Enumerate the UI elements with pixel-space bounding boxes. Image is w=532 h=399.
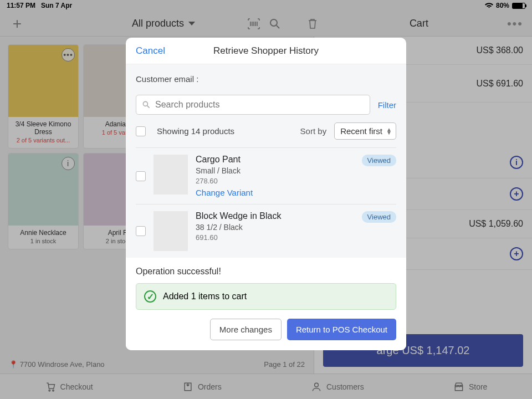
history-item-price: 278.60: [196, 177, 354, 185]
sort-label: Sort by: [300, 126, 327, 136]
svg-point-4: [143, 101, 147, 106]
product-thumbnail: [154, 211, 188, 251]
sort-caret-icon: ▲▼: [386, 128, 392, 135]
search-input-wrapper[interactable]: [136, 95, 370, 115]
product-thumbnail: [154, 155, 188, 195]
customer-email-label: Customer email :: [136, 74, 396, 84]
result-count: Showing 14 products: [157, 126, 293, 136]
check-circle-icon: ✓: [144, 290, 156, 303]
select-all-checkbox[interactable]: [136, 126, 146, 136]
item-checkbox[interactable]: [136, 226, 146, 236]
change-variant-link[interactable]: Change Variant: [196, 188, 354, 197]
history-item-variant: Small / Black: [196, 166, 354, 175]
retrieve-history-modal: Cancel Retrieve Shopper History Customer…: [126, 38, 406, 350]
history-item-name: Block Wedge in Black: [196, 211, 354, 221]
item-checkbox[interactable]: [136, 171, 146, 181]
history-item[interactable]: Cargo Pant Small / Black 278.60 Change V…: [136, 147, 396, 204]
search-input[interactable]: [155, 100, 364, 110]
history-item-name: Cargo Pant: [196, 155, 354, 165]
modal-overlay[interactable]: Cancel Retrieve Shopper History Customer…: [0, 0, 532, 399]
filter-link[interactable]: Filter: [378, 100, 396, 110]
success-text: Added 1 items to cart: [163, 291, 247, 301]
success-message: ✓ Added 1 items to cart: [136, 283, 396, 310]
history-item[interactable]: Block Wedge in Black 38 1/2 / Black 691.…: [136, 204, 396, 258]
viewed-badge: Viewed: [362, 155, 396, 166]
more-changes-button[interactable]: More changes: [210, 319, 282, 340]
cancel-button[interactable]: Cancel: [136, 45, 165, 57]
operation-status: Operation successful!: [126, 258, 406, 283]
history-item-variant: 38 1/2 / Black: [196, 223, 354, 232]
modal-title: Retrieve Shopper History: [213, 45, 319, 57]
search-icon: [142, 100, 151, 109]
viewed-badge: Viewed: [362, 211, 396, 223]
return-checkout-button[interactable]: Return to POS Checkout: [287, 319, 396, 340]
history-item-price: 691.60: [196, 233, 354, 242]
